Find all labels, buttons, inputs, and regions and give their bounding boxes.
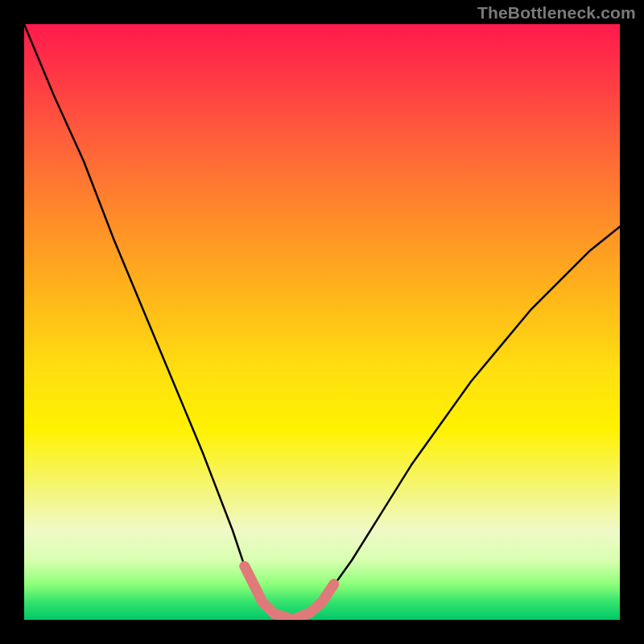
bottom-highlight	[245, 566, 334, 620]
bottleneck-curve	[24, 24, 620, 620]
chart-svg	[24, 24, 620, 620]
plot-area	[24, 24, 620, 620]
chart-frame: TheBottleneck.com	[0, 0, 644, 644]
watermark-text: TheBottleneck.com	[477, 3, 636, 23]
